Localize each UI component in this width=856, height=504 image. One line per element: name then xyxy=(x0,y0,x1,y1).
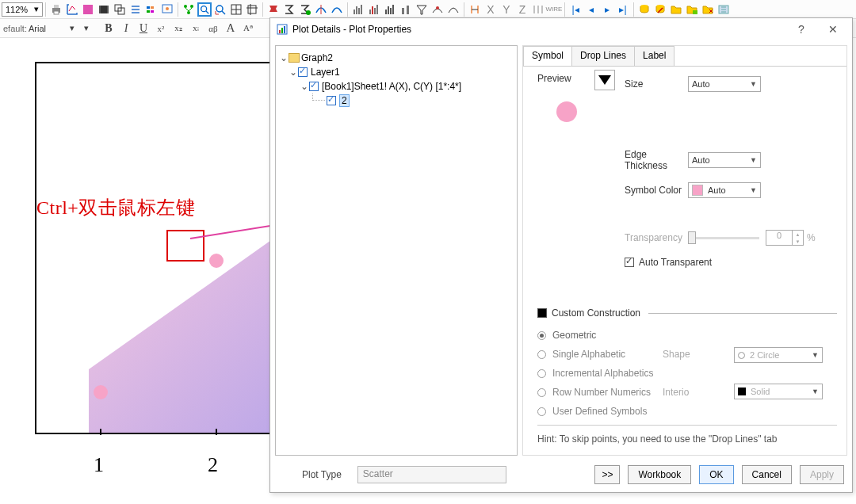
bold-button[interactable]: B xyxy=(101,21,117,36)
transparency-spinner[interactable]: ▲▼ xyxy=(793,230,804,246)
db-add-icon[interactable] xyxy=(637,2,652,17)
radio-rownum[interactable]: Row Number Numerics Interio Solid▼ xyxy=(537,387,837,398)
folder1-icon[interactable] xyxy=(669,2,683,17)
size-select[interactable]: Auto▼ xyxy=(688,76,761,92)
zoom-combo[interactable]: 112% ▾ xyxy=(2,2,43,17)
transparency-value[interactable]: 0 xyxy=(766,230,793,246)
plot-type-select[interactable]: Scatter xyxy=(357,466,506,483)
bell-mean-icon[interactable] xyxy=(314,2,328,17)
y-letter-icon[interactable]: Y xyxy=(499,2,514,17)
tree-icon[interactable] xyxy=(182,2,196,17)
font-case-button[interactable]: Aᵃ xyxy=(240,21,256,36)
curve-icon[interactable] xyxy=(446,2,460,17)
tree-subplot[interactable]: 2 xyxy=(312,94,514,108)
ok-button[interactable]: OK xyxy=(699,465,733,484)
svg-rect-28 xyxy=(372,6,373,14)
radio-incr-alpha[interactable]: Incremental Alphabetics xyxy=(537,368,837,379)
transparency-slider[interactable] xyxy=(688,237,759,239)
db-del-icon[interactable] xyxy=(653,2,667,17)
nav-prev-icon[interactable]: ◂ xyxy=(584,2,598,17)
palette-icon[interactable] xyxy=(144,2,159,17)
radio-geometric[interactable]: Geometric xyxy=(537,330,837,341)
layer-props-icon[interactable] xyxy=(160,2,174,17)
tree-series[interactable]: ⌄[Book1]Sheet1! A(X), C(Y) [1*:4*] xyxy=(300,79,514,94)
crop-icon[interactable] xyxy=(245,2,259,17)
greek-button[interactable]: αβ xyxy=(205,21,221,36)
bars2-icon[interactable] xyxy=(383,2,397,17)
range-tool-icon[interactable] xyxy=(468,2,482,17)
plot-data-point[interactable] xyxy=(209,254,224,268)
bell-icon[interactable] xyxy=(330,2,344,17)
pin-icon[interactable] xyxy=(266,2,281,17)
folder3-icon[interactable] xyxy=(701,2,715,17)
workbook-button[interactable]: Workbook xyxy=(628,465,691,484)
close-button[interactable]: ✕ xyxy=(817,19,849,40)
underline-button[interactable]: U xyxy=(136,21,151,36)
curve-dot-icon[interactable] xyxy=(430,2,445,17)
magenta-box-icon[interactable] xyxy=(81,2,95,17)
stats-icon[interactable] xyxy=(298,2,312,17)
plot-data-point[interactable] xyxy=(94,385,108,399)
grid-window-icon[interactable] xyxy=(229,2,243,17)
range-marks-icon[interactable] xyxy=(531,2,545,17)
nav-next-icon[interactable]: ▸ xyxy=(600,2,614,17)
help-button[interactable]: ? xyxy=(785,19,817,40)
edge-select[interactable]: Auto▼ xyxy=(688,152,761,168)
tab-label[interactable]: Label xyxy=(634,46,674,66)
cancel-button[interactable]: Cancel xyxy=(742,465,792,484)
custom-construction-checkbox[interactable] xyxy=(537,308,547,318)
superscript-button[interactable]: x² xyxy=(153,21,169,36)
radio-rn-label: Row Number Numerics xyxy=(552,387,651,398)
zoom-region-icon[interactable] xyxy=(197,2,212,17)
plot-type-label: Plot Type xyxy=(302,469,342,480)
auto-transparent-checkbox[interactable] xyxy=(625,258,634,267)
bars3-icon[interactable] xyxy=(399,2,413,17)
slider-thumb-icon[interactable] xyxy=(688,231,696,244)
chevron-down-icon: ▼ xyxy=(812,351,819,359)
sigma-icon[interactable] xyxy=(282,2,296,17)
bars1-icon[interactable] xyxy=(351,2,365,17)
chevron-down-icon[interactable]: ▾ xyxy=(84,23,89,33)
x-letter-icon[interactable]: X xyxy=(483,2,498,17)
idx-button[interactable]: xᵢ xyxy=(188,21,204,36)
tab-symbol[interactable]: Symbol xyxy=(523,46,572,66)
preview-label: Preview xyxy=(537,73,571,84)
list-icon[interactable] xyxy=(128,2,143,17)
plot-fill-area xyxy=(89,235,279,433)
checkbox-icon[interactable] xyxy=(298,67,308,77)
checkbox-icon[interactable] xyxy=(327,96,336,105)
symbol-gallery-button[interactable] xyxy=(594,70,615,90)
italic-button[interactable]: I xyxy=(118,21,134,36)
subscript-button[interactable]: x₂ xyxy=(170,21,186,36)
layers-icon[interactable] xyxy=(113,2,127,17)
font-big-button[interactable]: A xyxy=(223,21,239,36)
color-select[interactable]: Auto▼ xyxy=(688,182,761,198)
bars-marked-icon[interactable] xyxy=(367,2,381,17)
rescale-icon[interactable] xyxy=(65,2,79,17)
svg-rect-33 xyxy=(390,8,392,14)
chevron-down-icon[interactable]: ▾ xyxy=(70,23,75,33)
funnel-icon[interactable] xyxy=(415,2,429,17)
folder2-icon[interactable] xyxy=(685,2,699,17)
tree-root[interactable]: ⌄Graph2 xyxy=(279,51,514,65)
shape-select[interactable]: 2 Circle▼ xyxy=(734,347,823,363)
wire-icon[interactable]: WIRE xyxy=(547,2,561,17)
zoom-axes-icon[interactable] xyxy=(213,2,227,17)
film-icon[interactable] xyxy=(97,2,111,17)
folder4-icon[interactable] xyxy=(717,2,731,17)
print-icon[interactable] xyxy=(49,2,63,17)
expand-tree-button[interactable]: >> xyxy=(594,465,620,484)
radio-single-alpha[interactable]: Single Alphabetic Shape 2 Circle▼ xyxy=(537,349,837,360)
tree-layer[interactable]: ⌄Layer1 xyxy=(289,65,514,79)
z-letter-icon[interactable]: Z xyxy=(515,2,529,17)
font-name[interactable]: Arial xyxy=(29,24,68,33)
tab-drop-lines[interactable]: Drop Lines xyxy=(571,46,635,66)
nav-first-icon[interactable]: |◂ xyxy=(568,2,583,17)
dialog-titlebar[interactable]: Plot Details - Plot Properties ? ✕ xyxy=(270,18,852,40)
checkbox-icon[interactable] xyxy=(309,82,319,91)
radio-userdef[interactable]: User Defined Symbols xyxy=(537,406,837,417)
svg-rect-3 xyxy=(83,5,93,14)
nav-last-icon[interactable]: ▸| xyxy=(616,2,630,17)
apply-button[interactable]: Apply xyxy=(800,465,844,484)
interior-select[interactable]: Solid▼ xyxy=(734,384,823,399)
